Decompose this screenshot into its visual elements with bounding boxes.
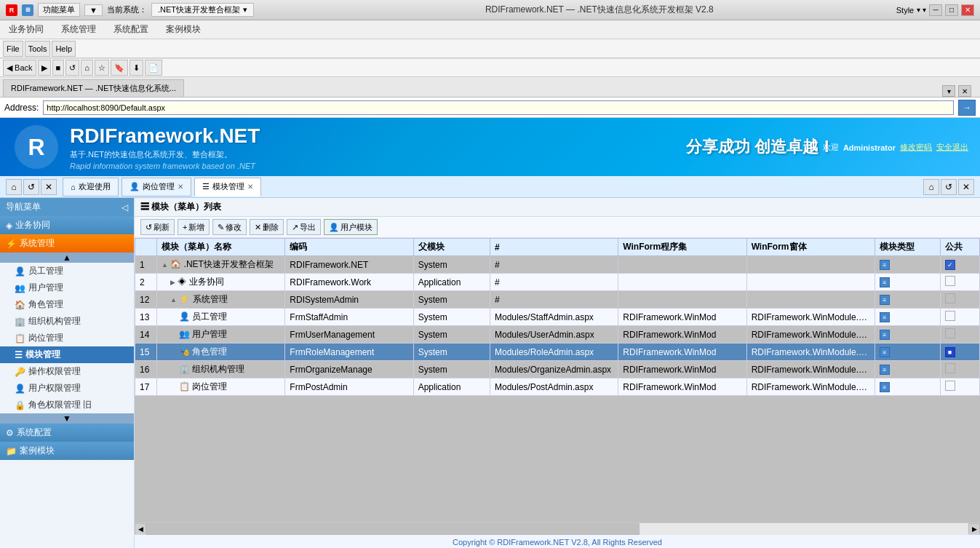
refresh-button[interactable]: ↺: [65, 60, 79, 76]
change-pwd-link[interactable]: 修改密码: [900, 142, 932, 153]
menu-current[interactable]: ▼: [84, 4, 103, 16]
delete-button[interactable]: ✕ 删除: [250, 219, 284, 235]
tab-area-close[interactable]: ✕: [958, 85, 971, 97]
menu-business[interactable]: 业务协同: [6, 22, 47, 37]
nav-refresh-button[interactable]: ↺: [23, 179, 39, 195]
sidebar-item-roleperm[interactable]: 🔒 角色权限管理 旧: [0, 397, 134, 413]
table-row[interactable]: 16 🏢 组织机构管理 FrmOrganizeManage System Mod…: [135, 361, 980, 378]
add-button[interactable]: + 新增: [178, 219, 210, 235]
refresh-table-button[interactable]: ↺ 刷新: [140, 219, 175, 235]
tools-menu[interactable]: Tools: [25, 41, 51, 57]
col-winform-form: WinForm窗体: [746, 239, 875, 256]
sidebar-section-cases-title[interactable]: 📁 案例模块: [0, 442, 134, 460]
fwd-button[interactable]: ▶: [38, 60, 51, 76]
row-icon-13: 👤: [179, 311, 190, 322]
back-button[interactable]: ◀ Back: [3, 60, 36, 76]
nav-tab-welcome[interactable]: ⌂ 欢迎使用: [63, 178, 119, 196]
expand-icon-12[interactable]: ▲: [170, 296, 177, 303]
post-tab-close[interactable]: ✕: [178, 183, 183, 191]
nav-close2[interactable]: ✕: [958, 179, 974, 195]
system-dropdown[interactable]: .NET快速开发整合框架 ▾: [151, 3, 254, 17]
nav-btn3[interactable]: ⬇: [130, 60, 143, 76]
scroll-right-button[interactable]: ▶: [968, 523, 980, 535]
nav-tab-module[interactable]: ☰ 模块管理 ✕: [194, 178, 261, 196]
sidebar-item-staff[interactable]: 👤 员工管理: [0, 263, 134, 279]
menu-system[interactable]: 系统管理: [58, 22, 99, 37]
nav-refresh2[interactable]: ↺: [941, 179, 957, 195]
export-button[interactable]: ↗ 导出: [287, 219, 321, 235]
go-button[interactable]: →: [958, 100, 976, 116]
sidebar-scroll-up[interactable]: ▲: [0, 253, 134, 263]
col-parent: 父模块: [413, 239, 490, 256]
horizontal-scrollbar[interactable]: ◀ ▶: [135, 523, 980, 534]
table-row[interactable]: 17 📋 岗位管理 FrmPostAdmin Application Modul…: [135, 378, 980, 396]
expand-icon-2[interactable]: ▶: [170, 279, 175, 286]
table-row[interactable]: 15 🎭 角色管理 FrmRoleManagement System Modul…: [135, 344, 980, 361]
grid-icon-1[interactable]: ≡: [880, 260, 890, 270]
maximize-button[interactable]: □: [945, 4, 958, 16]
blue-check-15[interactable]: ■: [945, 347, 955, 357]
file-menu[interactable]: File: [3, 41, 23, 57]
menu-config[interactable]: 系统配置: [111, 22, 151, 37]
table-row[interactable]: 1 ▲ 🏠 .NET快速开发整合框架 RDIFramework.NET Syst…: [135, 256, 980, 274]
sidebar-item-org[interactable]: 🏢 组织机构管理: [0, 313, 134, 330]
row-hash-2: #: [490, 274, 618, 291]
uncheck-icon-13[interactable]: [945, 311, 955, 321]
nav-btn2[interactable]: 🔖: [111, 60, 128, 76]
minimize-button[interactable]: ─: [929, 4, 942, 16]
sidebar-item-users[interactable]: 👥 用户管理: [0, 279, 134, 296]
uncheck-icon-17[interactable]: [945, 381, 955, 391]
grid-icon-15[interactable]: ≡: [880, 347, 890, 357]
sidebar-item-perm[interactable]: 🔑 操作权限管理: [0, 363, 134, 380]
sidebar-item-module[interactable]: ☰ 模块管理: [0, 346, 134, 363]
menu-features[interactable]: 功能菜单: [38, 3, 80, 17]
grid-icon-12[interactable]: ≡: [880, 295, 890, 305]
sidebar-item-roles[interactable]: 🏠 角色管理: [0, 296, 134, 313]
scrollbar-track[interactable]: [146, 523, 968, 535]
header-logo: R: [15, 125, 58, 169]
scrollbar-thumb[interactable]: [146, 523, 640, 535]
sidebar-section-system-title[interactable]: ⚡ 系统管理: [0, 234, 134, 253]
table-scroll-area[interactable]: 模块（菜单）名称 编码 父模块 # WinForm程序集 WinForm窗体 模…: [135, 238, 980, 523]
nav-home2[interactable]: ⌂: [923, 179, 939, 195]
grid-icon-14[interactable]: ≡: [880, 330, 890, 340]
nav-btn4[interactable]: 📄: [145, 60, 162, 76]
table-row[interactable]: 12 ▲ ⚡ 系统管理 RDISystemAdmin System #: [135, 291, 980, 309]
grid-icon-13[interactable]: ≡: [880, 312, 890, 322]
sidebar-section-business-title[interactable]: ◈ 业务协同: [0, 216, 134, 234]
user-module-button[interactable]: 👤 用户模块: [324, 219, 378, 235]
uncheck-icon-14[interactable]: [945, 328, 955, 338]
home-button[interactable]: ⌂: [81, 60, 93, 76]
nav-tab-post[interactable]: 👤 岗位管理 ✕: [121, 178, 191, 196]
nav-btn1[interactable]: ☆: [95, 60, 109, 76]
grid-icon-16[interactable]: ≡: [880, 365, 890, 375]
scroll-left-button[interactable]: ◀: [135, 523, 146, 535]
tab-area-arrow[interactable]: ▾: [942, 85, 955, 97]
module-tab-close[interactable]: ✕: [247, 183, 253, 191]
row-code-13: FrmStaffAdmin: [285, 309, 413, 326]
sidebar-item-userperm[interactable]: 👤 用户权限管理: [0, 380, 134, 397]
address-input[interactable]: [43, 100, 954, 115]
uncheck-icon-12[interactable]: [945, 293, 955, 303]
nav-home-button[interactable]: ⌂: [6, 179, 22, 195]
grid-icon-17[interactable]: ≡: [880, 382, 890, 392]
sidebar-collapse-icon[interactable]: ◁: [121, 202, 128, 213]
table-row[interactable]: 13 👤 员工管理 FrmStaffAdmin System Modules/S…: [135, 309, 980, 326]
stop-button[interactable]: ■: [52, 60, 65, 76]
table-row[interactable]: 2 ▶ ◈ 业务协同 RDIFramework.Work Application…: [135, 274, 980, 291]
nav-close-button[interactable]: ✕: [41, 179, 57, 195]
check-icon-1[interactable]: ✓: [945, 260, 955, 270]
logout-link[interactable]: 安全退出: [936, 142, 968, 153]
sidebar-item-post[interactable]: 📋 岗位管理: [0, 330, 134, 346]
uncheck-icon-16[interactable]: [945, 363, 955, 373]
grid-icon-2[interactable]: ≡: [880, 277, 890, 287]
table-row[interactable]: 14 👥 用户管理 FrmUserManagement System Modul…: [135, 326, 980, 344]
edit-button[interactable]: ✎ 修改: [212, 219, 247, 235]
expand-icon-1[interactable]: ▲: [162, 261, 168, 269]
sidebar-section-config-title[interactable]: ⚙ 系统配置: [0, 424, 134, 442]
uncheck-icon-2[interactable]: [945, 276, 955, 286]
help-menu[interactable]: Help: [52, 41, 76, 57]
sidebar-scroll-down[interactable]: ▼: [0, 413, 134, 424]
menu-cases[interactable]: 案例模块: [163, 22, 204, 37]
close-button[interactable]: ✕: [961, 4, 974, 16]
